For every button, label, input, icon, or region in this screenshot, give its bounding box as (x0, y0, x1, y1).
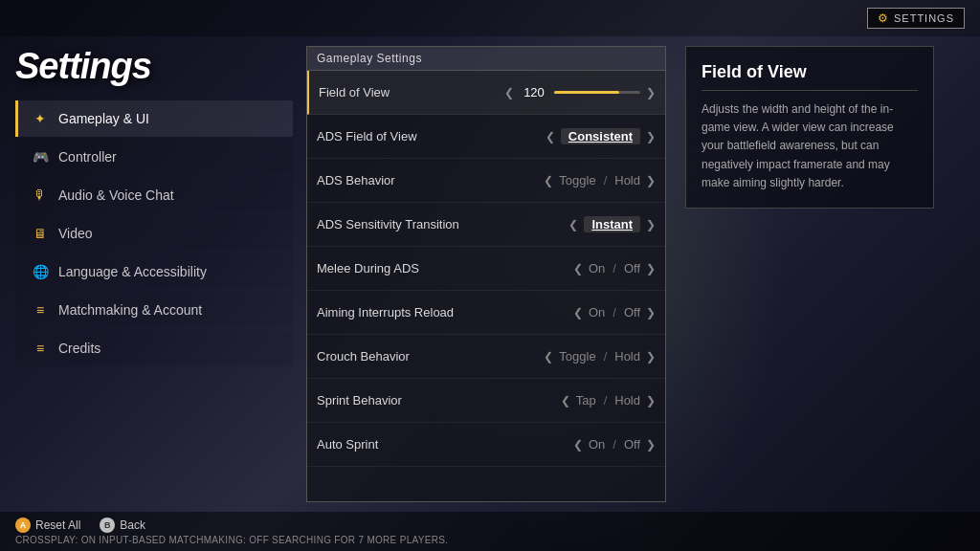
back-action[interactable]: B Back (100, 518, 145, 533)
page-title: Settings (15, 46, 293, 87)
setting-control-melee-ads: ❮ On / Off ❯ (573, 261, 656, 276)
sprint-divider: / (604, 393, 608, 408)
center-panel: Gameplay Settings Field of View ❮ 120 (293, 36, 676, 512)
sidebar: Settings ✦ Gameplay & UI 🎮 Controller 🎙 … (15, 36, 293, 512)
top-bar: ⚙ SETTINGS (0, 0, 980, 36)
chevron-left-auto-sprint[interactable]: ❮ (573, 438, 583, 452)
fov-slider-fill (554, 91, 619, 94)
auto-sprint-left: On (589, 437, 605, 452)
setting-label-crouch: Crouch Behavior (317, 349, 544, 364)
setting-control-crouch: ❮ Toggle / Hold ❯ (544, 349, 656, 364)
chevron-left-ads-sensitivity[interactable]: ❮ (568, 218, 578, 231)
sidebar-item-credits[interactable]: ≡ Credits (15, 330, 293, 366)
setting-label-ads-behavior: ADS Behavior (317, 173, 544, 187)
setting-row-ads-fov[interactable]: ADS Field of View ❮ Consistent ❯ (307, 115, 665, 159)
setting-row-sprint[interactable]: Sprint Behavior ❮ Tap / Hold ❯ (307, 379, 665, 423)
badge-label: SETTINGS (894, 12, 954, 24)
setting-row-ads-sensitivity[interactable]: ADS Sensitivity Transition ❮ Instant ❯ (307, 203, 665, 247)
sidebar-item-audio[interactable]: 🎙 Audio & Voice Chat (15, 177, 293, 213)
setting-row-fov[interactable]: Field of View ❮ 120 ❯ (307, 71, 665, 115)
sidebar-label-controller: Controller (58, 149, 117, 165)
main-content: Settings ✦ Gameplay & UI 🎮 Controller 🎙 … (0, 36, 980, 512)
info-panel: Field of View Adjusts the width and heig… (676, 36, 965, 512)
setting-row-crouch[interactable]: Crouch Behavior ❮ Toggle / Hold ❯ (307, 335, 665, 379)
setting-control-ads-fov: ❮ Consistent ❯ (546, 128, 656, 144)
setting-label-fov: Field of View (319, 85, 504, 99)
chevron-right-fov[interactable]: ❯ (646, 86, 656, 99)
melee-right: Off (624, 261, 640, 276)
chevron-left-fov[interactable]: ❮ (504, 86, 514, 99)
settings-badge: ⚙ SETTINGS (867, 8, 965, 29)
sidebar-item-gameplay[interactable]: ✦ Gameplay & UI (15, 100, 293, 137)
settings-panel-header: Gameplay Settings (307, 47, 665, 71)
crouch-left: Toggle (559, 349, 595, 364)
setting-row-aim-interrupt[interactable]: Aiming Interrupts Reload ❮ On / Off ❯ (307, 291, 665, 335)
gear-icon-small: ⚙ (878, 11, 889, 25)
chevron-left-melee[interactable]: ❮ (573, 262, 583, 276)
chevron-right-ads-sensitivity[interactable]: ❯ (646, 218, 656, 231)
setting-control-ads-behavior: ❮ Toggle / Hold ❯ (544, 173, 656, 187)
melee-divider: / (612, 261, 616, 276)
setting-row-melee-ads[interactable]: Melee During ADS ❮ On / Off ❯ (307, 247, 665, 291)
chevron-left-aim[interactable]: ❮ (573, 306, 583, 320)
reset-all-label: Reset All (35, 518, 80, 532)
bottom-status: CROSSPLAY: ON INPUT-BASED MATCHMAKING: O… (15, 535, 965, 545)
credits-icon: ≡ (32, 340, 49, 357)
aim-left: On (589, 305, 605, 320)
setting-control-ads-sensitivity: ❮ Instant ❯ (568, 216, 656, 232)
btn-a-icon: A (15, 518, 31, 533)
info-title: Field of View (702, 62, 918, 91)
sidebar-label-gameplay: Gameplay & UI (58, 111, 149, 126)
settings-list[interactable]: Field of View ❮ 120 ❯ (307, 71, 665, 501)
gameplay-icon: ✦ (32, 110, 49, 127)
chevron-right-aim[interactable]: ❯ (646, 306, 656, 320)
aim-divider: / (612, 305, 616, 320)
fov-slider-bar[interactable] (554, 91, 640, 94)
slider-fov[interactable]: 120 (520, 85, 640, 99)
setting-row-ads-behavior[interactable]: ADS Behavior ❮ Toggle / Hold ❯ (307, 159, 665, 203)
chevron-right-crouch[interactable]: ❯ (646, 350, 656, 364)
chevron-right-melee[interactable]: ❯ (646, 262, 656, 276)
back-label: Back (120, 518, 145, 532)
setting-row-auto-sprint[interactable]: Auto Sprint ❮ On / Off ❯ (307, 423, 665, 467)
fov-value: 120 (520, 85, 548, 99)
ads-fov-value: Consistent (561, 128, 640, 144)
chevron-right-auto-sprint[interactable]: ❯ (646, 438, 656, 452)
sidebar-label-matchmaking: Matchmaking & Account (58, 302, 202, 318)
chevron-left-crouch[interactable]: ❮ (544, 350, 553, 364)
chevron-left-ads-behavior[interactable]: ❮ (544, 174, 553, 187)
matchmaking-icon: ≡ (32, 301, 49, 319)
controller-icon: 🎮 (32, 148, 49, 165)
crouch-divider: / (604, 349, 608, 364)
melee-left: On (589, 261, 605, 276)
setting-control-fov: ❮ 120 ❯ (504, 85, 656, 99)
chevron-right-sprint[interactable]: ❯ (646, 394, 656, 408)
bottom-bar: A Reset All B Back CROSSPLAY: ON INPUT-B… (0, 512, 980, 551)
btn-b-icon: B (100, 518, 115, 533)
info-box: Field of View Adjusts the width and heig… (685, 46, 934, 209)
info-description: Adjusts the width and height of the in-g… (702, 100, 918, 192)
setting-control-aim-interrupt: ❮ On / Off ❯ (573, 305, 656, 320)
aim-right: Off (624, 305, 640, 320)
setting-label-aim-interrupt: Aiming Interrupts Reload (317, 305, 573, 320)
ads-behavior-right: Hold (614, 173, 640, 187)
sidebar-item-controller[interactable]: 🎮 Controller (15, 139, 293, 175)
sidebar-label-language: Language & Accessibility (58, 264, 207, 279)
sidebar-item-video[interactable]: 🖥 Video (15, 215, 293, 252)
sidebar-item-language[interactable]: 🌐 Language & Accessibility (15, 253, 293, 290)
crouch-right: Hold (614, 349, 640, 364)
setting-control-auto-sprint: ❮ On / Off ❯ (573, 437, 656, 452)
sidebar-item-matchmaking[interactable]: ≡ Matchmaking & Account (15, 292, 293, 328)
auto-sprint-right: Off (624, 437, 640, 452)
chevron-right-ads-fov[interactable]: ❯ (646, 130, 656, 143)
setting-label-ads-fov: ADS Field of View (317, 129, 546, 143)
sprint-left: Tap (576, 393, 596, 408)
sidebar-label-video: Video (58, 226, 93, 241)
setting-label-ads-sensitivity: ADS Sensitivity Transition (317, 217, 568, 231)
chevron-right-ads-behavior[interactable]: ❯ (646, 174, 656, 187)
ads-sensitivity-value: Instant (584, 216, 640, 232)
chevron-left-sprint[interactable]: ❮ (561, 394, 570, 408)
reset-all-action[interactable]: A Reset All (15, 518, 80, 533)
chevron-left-ads-fov[interactable]: ❮ (546, 130, 555, 143)
sidebar-label-audio: Audio & Voice Chat (58, 187, 174, 203)
